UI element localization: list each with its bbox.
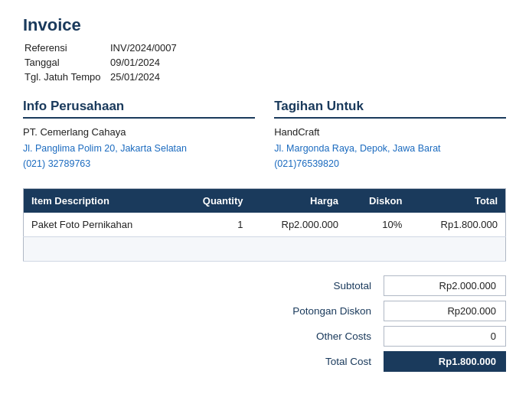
diskon-label: Potongan Diskon — [215, 305, 384, 317]
cell-total — [410, 236, 505, 261]
other-costs-value: 0 — [384, 326, 506, 347]
diskon-row: Potongan Diskon Rp200.000 — [215, 301, 506, 321]
subtotal-value: Rp2.000.000 — [384, 275, 506, 296]
table-header-row: Item Description Quantity Harga Diskon T… — [24, 188, 506, 213]
subtotal-row: Subtotal Rp2.000.000 — [215, 275, 506, 296]
client-address: Jl. Margonda Raya, Depok, Jawa Barat — [274, 141, 506, 156]
invoice-meta: Referensi INV/2024/0007 Tanggal 09/01/20… — [23, 40, 178, 85]
client-name: HandCraft — [274, 125, 506, 141]
cell-harga — [251, 236, 346, 261]
total-cost-row: Total Cost Rp1.800.000 — [215, 351, 506, 372]
col-quantity: Quantity — [178, 188, 251, 213]
col-total: Total — [410, 188, 505, 213]
company-heading: Info Perusahaan — [23, 99, 255, 119]
company-block: Info Perusahaan PT. Cemerlang Cahaya Jl.… — [23, 99, 255, 171]
company-phone: (021) 32789763 — [23, 156, 255, 171]
diskon-value: Rp200.000 — [384, 301, 506, 321]
jatuh-tempo-label: Tgl. Jatuh Tempo — [24, 70, 109, 83]
col-diskon: Diskon — [346, 188, 410, 213]
summary-section: Subtotal Rp2.000.000 Potongan Diskon Rp2… — [23, 275, 506, 376]
cell-quantity: 1 — [178, 213, 251, 237]
cell-quantity — [178, 236, 251, 261]
jatuh-tempo-value: 25/01/2024 — [110, 70, 177, 83]
info-section: Info Perusahaan PT. Cemerlang Cahaya Jl.… — [23, 99, 506, 171]
other-costs-label: Other Costs — [215, 330, 384, 342]
other-costs-row: Other Costs 0 — [215, 326, 506, 347]
tanggal-value: 09/01/2024 — [110, 56, 177, 69]
col-harga: Harga — [251, 188, 346, 213]
company-name: PT. Cemerlang Cahaya — [23, 125, 255, 141]
cell-diskon: 10% — [346, 213, 410, 237]
table-row: Paket Foto Pernikahan1Rp2.000.00010%Rp1.… — [24, 213, 506, 237]
invoice-title: Invoice — [23, 15, 506, 35]
cell-description: Paket Foto Pernikahan — [24, 213, 178, 237]
cell-diskon — [346, 236, 410, 261]
client-phone: (021)76539820 — [274, 156, 506, 171]
referensi-value: INV/2024/0007 — [110, 41, 177, 54]
company-address: Jl. Panglima Polim 20, Jakarta Selatan — [23, 141, 255, 156]
client-heading: Tagihan Untuk — [274, 99, 506, 119]
invoice-table: Item Description Quantity Harga Diskon T… — [23, 188, 506, 262]
cell-total: Rp1.800.000 — [410, 213, 505, 237]
total-cost-value: Rp1.800.000 — [384, 351, 506, 372]
total-cost-label: Total Cost — [215, 356, 384, 367]
client-block: Tagihan Untuk HandCraft Jl. Margonda Ray… — [274, 99, 506, 171]
col-description: Item Description — [24, 188, 178, 213]
tanggal-label: Tanggal — [24, 56, 109, 69]
table-row — [24, 236, 506, 261]
referensi-label: Referensi — [24, 41, 109, 54]
cell-harga: Rp2.000.000 — [251, 213, 346, 237]
subtotal-label: Subtotal — [215, 280, 384, 291]
cell-description — [24, 236, 178, 261]
